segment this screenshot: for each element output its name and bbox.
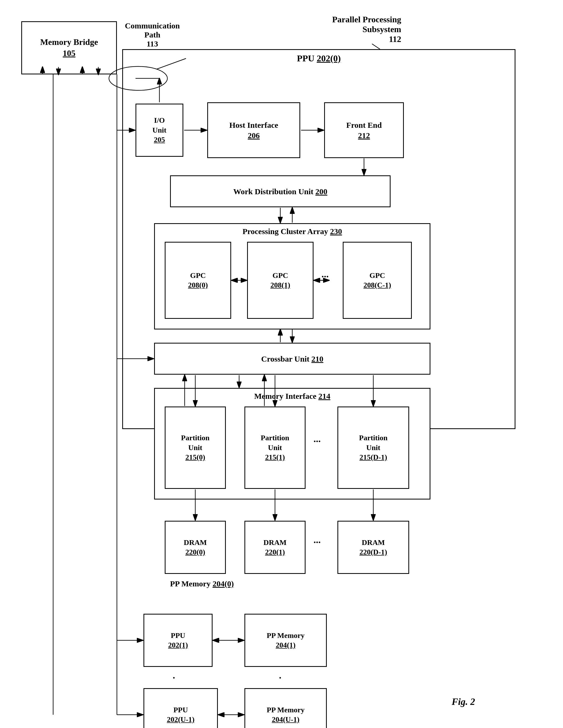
gpc-dots: ··· [321, 271, 329, 282]
memory-bridge-label: Memory Bridge105 [40, 37, 98, 59]
partition-d-box: PartitionUnit215(D-1) [337, 407, 409, 489]
work-dist-label: Work Distribution Unit 200 [233, 186, 327, 197]
ppu-202-0-label: PPU 202(0) [297, 53, 341, 64]
dram-dots: ··· [314, 537, 321, 548]
svg-line-12 [372, 44, 380, 49]
front-end-box: Front End212 [324, 102, 404, 158]
partition-0-box: PartitionUnit215(0) [165, 407, 226, 489]
partition-1-box: PartitionUnit215(1) [244, 407, 306, 489]
dram-d-label: DRAM220(D-1) [359, 538, 387, 557]
partition-d-label: PartitionUnit215(D-1) [359, 433, 387, 462]
dram-1-box: DRAM220(1) [244, 521, 306, 574]
ppu-1-box: PPU202(1) [143, 614, 213, 667]
dram-0-label: DRAM220(0) [184, 538, 207, 557]
host-interface-label: Host Interface206 [229, 120, 278, 141]
io-unit-label: I/OUnit205 [153, 116, 167, 145]
gpc-0-label: GPC208(0) [188, 271, 208, 290]
gpc-1-label: GPC208(1) [270, 271, 290, 290]
comm-path-label: CommunicationPath113 [125, 21, 180, 48]
mem-interface-label: Memory Interface 214 [254, 391, 331, 401]
front-end-label: Front End212 [346, 120, 382, 141]
gpc-c-label: GPC208(C-1) [363, 271, 391, 290]
crossbar-box: Crossbar Unit 210 [154, 343, 430, 375]
ppu-u-box: PPU202(U-1) [143, 688, 218, 728]
fig-label: Fig. 2 [452, 696, 475, 707]
ppu-u-label: PPU202(U-1) [167, 705, 194, 725]
io-unit-box: I/OUnit205 [136, 104, 183, 157]
dram-0-box: DRAM220(0) [165, 521, 226, 574]
host-interface-box: Host Interface206 [207, 102, 300, 158]
gpc-0-box: GPC208(0) [165, 242, 231, 319]
pca-label: Processing Cluster Array 230 [243, 226, 342, 236]
pp-mem-1-label: PP Memory204(1) [267, 631, 304, 650]
pp-mem-1-box: PP Memory204(1) [244, 614, 327, 667]
dram-1-label: DRAM220(1) [263, 538, 286, 557]
partition-dots: ··· [314, 436, 321, 447]
pps-label: Parallel ProcessingSubsystem112 [258, 15, 401, 44]
pp-memory-0-label: PP Memory 204(0) [170, 579, 234, 588]
pp-mem-u-box: PP Memory204(U-1) [244, 688, 327, 728]
pp-mem-u-label: PP Memory204(U-1) [267, 705, 304, 725]
partition-1-label: PartitionUnit215(1) [261, 433, 289, 462]
gpc-1-box: GPC208(1) [247, 242, 314, 319]
crossbar-label: Crossbar Unit 210 [261, 354, 323, 364]
ppu-1-label: PPU202(1) [168, 631, 188, 650]
dram-d-box: DRAM220(D-1) [337, 521, 409, 574]
work-dist-box: Work Distribution Unit 200 [170, 175, 391, 207]
gpc-c-box: GPC208(C-1) [343, 242, 412, 319]
partition-0-label: PartitionUnit215(0) [181, 433, 209, 462]
memory-bridge-box: Memory Bridge105 [21, 21, 117, 74]
